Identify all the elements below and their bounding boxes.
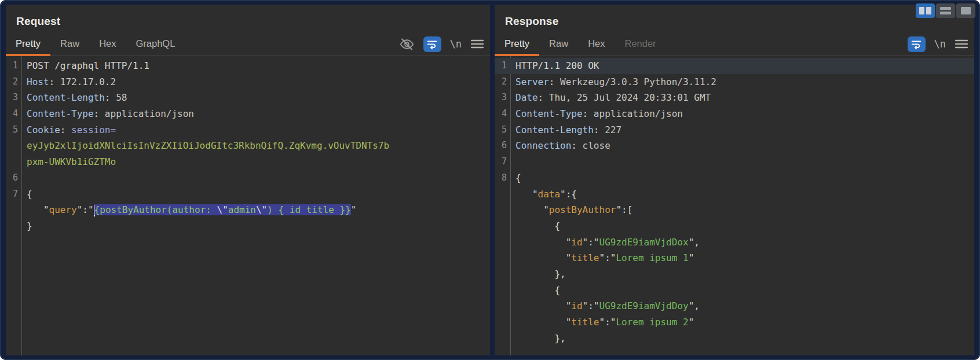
code-segment: {postByAuthor(author:	[94, 204, 217, 215]
code-segment: },	[515, 333, 566, 344]
line-number: 8	[495, 170, 511, 186]
code-segment: \"	[217, 204, 228, 215]
tab-raw[interactable]: Raw	[50, 32, 89, 56]
code-line-text: POST /graphql HTTP/1.1	[22, 58, 490, 74]
code-segment: data	[538, 189, 561, 200]
code-line: pxm-UWKVb1iGZTMo	[6, 154, 490, 170]
code-segment: admin	[228, 204, 256, 215]
code-segment: ":"	[599, 252, 616, 263]
request-tabbar: PrettyRawHexGraphQL \n	[6, 32, 490, 56]
code-line: 2Server: Werkzeug/3.0.3 Python/3.11.2	[495, 74, 974, 90]
code-line: {	[495, 282, 974, 299]
tab-pretty[interactable]: Pretty	[495, 32, 539, 56]
response-title: Response	[495, 5, 974, 32]
code-segment: ":"	[583, 300, 599, 311]
code-segment: 227	[605, 124, 621, 135]
code-segment: "	[515, 252, 571, 263]
layout-columns-button[interactable]	[916, 3, 935, 18]
code-segment: Host	[27, 76, 49, 87]
code-segment: {	[515, 221, 560, 232]
code-line-text: "id":"UG9zdE9iamVjdDox",	[511, 234, 974, 251]
word-wrap-icon[interactable]	[908, 36, 926, 52]
code-line: "postByAuthor":[	[495, 202, 974, 218]
code-segment: }	[27, 221, 32, 232]
code-line: }	[6, 218, 490, 234]
code-line: 3Date: Thu, 25 Jul 2024 20:33:01 GMT	[495, 90, 974, 106]
line-number	[495, 314, 511, 330]
code-line-text: {	[22, 186, 490, 203]
code-line-text	[22, 170, 490, 186]
code-line-text: }	[22, 218, 490, 234]
view-layout-switcher	[916, 3, 975, 18]
code-segment: Server	[515, 76, 549, 87]
newline-icon[interactable]: \n	[450, 38, 462, 50]
code-line-text: "data":{	[511, 186, 974, 203]
code-segment: eyJyb2xlIjoidXNlciIsInVzZXIiOiJodGItc3Rk…	[27, 140, 389, 151]
code-line: 5Content-Length: 227	[495, 122, 974, 138]
code-segment: UG9zdE9iamVjdDox	[599, 237, 689, 248]
code-segment: ) { id title }}	[267, 204, 351, 215]
code-segment: :	[94, 108, 105, 119]
code-segment: :	[549, 76, 560, 87]
tab-hex[interactable]: Hex	[89, 32, 126, 56]
code-segment: Thu, 25 Jul 2024 20:33:01 GMT	[549, 92, 711, 103]
menu-icon[interactable]	[470, 38, 484, 50]
request-tabs: PrettyRawHexGraphQL	[6, 32, 185, 56]
code-line: 5Cookie: session=	[6, 122, 490, 138]
code-segment: :	[594, 124, 605, 135]
code-line: 2Host: 172.17.0.2	[6, 74, 490, 90]
line-number: 3	[6, 90, 22, 106]
code-line-text	[511, 154, 974, 170]
code-segment: Content-Type	[515, 108, 583, 119]
layout-single-button[interactable]	[956, 3, 975, 18]
code-segment: {	[27, 189, 32, 200]
visibility-off-icon[interactable]	[399, 36, 415, 52]
request-panel: Request PrettyRawHexGraphQL \n 1POST /gr…	[6, 5, 490, 355]
line-number	[6, 154, 22, 170]
code-segment: "	[515, 189, 538, 200]
line-number	[6, 218, 22, 234]
code-line-text: "id":"UG9zdE9iamVjdDoy",	[511, 298, 974, 314]
tab-pretty[interactable]: Pretty	[6, 32, 50, 56]
code-segment: :	[49, 76, 60, 87]
code-segment: Content-Length	[27, 92, 105, 103]
code-line-text: Content-Type: application/json	[511, 106, 974, 122]
code-segment: id	[571, 300, 582, 311]
code-segment: POST /graphql HTTP/1.1	[27, 60, 149, 71]
code-line: 1POST /graphql HTTP/1.1	[6, 58, 490, 74]
code-segment: ":"	[599, 317, 616, 328]
code-segment: "	[515, 204, 549, 215]
tab-raw[interactable]: Raw	[539, 32, 578, 56]
code-segment: Connection	[515, 140, 571, 151]
tab-graphql[interactable]: GraphQL	[126, 32, 185, 56]
code-line: 8{	[495, 170, 974, 186]
line-number: 2	[6, 74, 22, 90]
menu-icon[interactable]	[955, 38, 968, 50]
code-segment: {	[515, 172, 521, 183]
response-editor[interactable]: 1HTTP/1.1 200 OK2Server: Werkzeug/3.0.3 …	[495, 56, 974, 355]
word-wrap-icon[interactable]	[423, 36, 441, 52]
line-number	[495, 234, 511, 251]
code-segment: \"	[256, 204, 267, 215]
tab-hex[interactable]: Hex	[578, 32, 615, 56]
code-segment: close	[583, 140, 610, 151]
line-number: 1	[6, 58, 22, 74]
code-line-text: "postByAuthor":[	[511, 202, 974, 218]
code-segment: application/json	[105, 108, 194, 119]
line-number	[495, 266, 511, 282]
code-segment: Lorem ipsum 1	[616, 252, 688, 263]
newline-icon[interactable]: \n	[934, 38, 946, 50]
request-editor[interactable]: 1POST /graphql HTTP/1.12Host: 172.17.0.2…	[6, 56, 490, 355]
code-line-text: Cookie: session=	[22, 122, 490, 138]
code-segment: "	[515, 317, 571, 328]
code-segment: Date	[515, 92, 538, 103]
line-number: 4	[6, 106, 22, 122]
layout-rows-button[interactable]	[936, 3, 955, 18]
code-segment: application/json	[594, 108, 683, 119]
line-number	[495, 330, 511, 347]
code-segment: Werkzeug/3.0.3 Python/3.11.2	[560, 76, 716, 87]
code-segment: HTTP/1.1 200 OK	[515, 60, 599, 71]
code-segment: Content-Type	[27, 108, 94, 119]
code-line: "title":"Lorem ipsum 1"	[495, 250, 974, 266]
code-segment: ":"	[77, 204, 94, 215]
